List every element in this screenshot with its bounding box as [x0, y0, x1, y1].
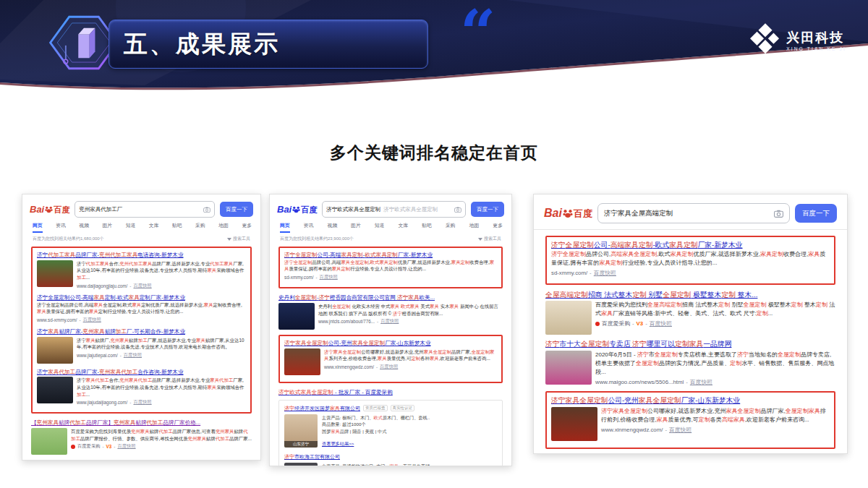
tab-tieba[interactable]: 贴吧	[422, 222, 432, 233]
result-url: www.jntcls.com/about/776...	[318, 319, 375, 324]
search-button[interactable]: 百度一下	[471, 202, 504, 217]
serp-tabs: 网页 资讯 视频 图片 知道 文库 贴吧 采购 地图 更多	[30, 222, 253, 233]
result-title-link[interactable]: 全屋高端定制招商 法式整木定制 别墅全屋定制 极墅整木定制 整木...	[545, 291, 835, 300]
tab-caigou[interactable]: 采购	[446, 222, 456, 233]
tab-more[interactable]: 更多	[493, 222, 503, 233]
result-url: www.xinmengqwdz.com/	[324, 364, 374, 369]
tab-wenku[interactable]: 文库	[149, 222, 159, 233]
baidu-logo-text: Bai	[544, 207, 562, 220]
tab-webpage[interactable]: 网页	[280, 222, 290, 233]
result-title-link[interactable]: 济宁家具全屋定制公司-兖州家具全屋定制厂家-山东新梦木业	[551, 396, 830, 406]
search-button[interactable]: 百度一下	[795, 204, 837, 223]
result-thumbnail[interactable]	[278, 303, 315, 330]
tab-wenku[interactable]: 文库	[399, 222, 409, 233]
result-title-link[interactable]: 济宁全屋定制公司-高端家具定制-欧式家具定制厂家-新梦木业	[37, 294, 246, 301]
company-thumbnail[interactable]: 山东济宁	[284, 414, 318, 448]
result-title-link[interactable]: 济宁家具贴牌厂家-兖州家具贴牌加工厂-可长期合作-新梦木业	[37, 328, 246, 335]
camera-icon[interactable]	[203, 207, 210, 213]
divider	[534, 229, 847, 230]
more-results-link[interactable]: 查看更多结果>>	[322, 441, 354, 448]
tab-more[interactable]: 更多	[242, 222, 252, 233]
snapshot-link[interactable]: 百度快照	[594, 269, 616, 277]
result-title-link[interactable]: 兖州有没有加工棉松衣服的工厂_兖州吧_百度贴吧	[31, 460, 252, 461]
search-result: 济宁家具贴牌厂家-兖州家具贴牌加工厂-可长期合作-新梦木业 济宁家具贴牌厂,兖州…	[37, 328, 246, 364]
snapshot-link[interactable]: 百度快照	[124, 352, 142, 359]
tab-map[interactable]: 地图	[469, 222, 480, 233]
company-thumbnail[interactable]: 山东济宁	[284, 463, 318, 466]
result-thumbnail[interactable]	[37, 377, 73, 403]
result-thumbnail[interactable]	[284, 348, 320, 375]
company-name-link[interactable]: 济宁经济开发区国梦家具有限公司	[284, 405, 360, 412]
results-list: 济宁全屋定制公司-高端家具定制-欧式家具定制厂家-新梦木业 济宁全屋定制品牌公司…	[277, 247, 504, 466]
quote-mark-icon: “	[460, 1, 495, 64]
tab-news[interactable]: 资讯	[56, 222, 66, 233]
results-count: 百度为您找到相关结果约1,680,000个	[33, 236, 104, 242]
search-tools[interactable]: 搜索工具	[478, 236, 501, 242]
result-title-link[interactable]: 济宁代加工家具品牌厂家-兖州代加工家具电话咨询-新梦木业	[37, 252, 246, 259]
baidu-logo-text: Bai	[277, 204, 292, 215]
company-name-link[interactable]: 济宁市欧海工贸有限公司	[284, 453, 340, 461]
tab-tieba[interactable]: 贴吧	[172, 222, 182, 233]
search-result: 史丹利全屋定制-济宁橙香园合商贸有限公司官网 济宁家具欧美... 史丹利全屋定制…	[278, 294, 503, 330]
result-url: sd-xmmy.com/	[284, 275, 313, 280]
company-entry: 济宁经济开发区国梦家具有限公司 资质已核查 真实性认证 山东济宁 主营产品: 橱…	[284, 405, 497, 448]
baidu-logo-cn: 百度	[54, 205, 69, 215]
camera-icon[interactable]	[454, 207, 461, 213]
purchase-link[interactable]: 济宁欧式家具全屋定制 - 批发厂家 - 百度爱采购	[278, 389, 503, 396]
tab-image[interactable]: 图片	[351, 222, 361, 233]
search-query-hint: 济宁欧式家具全屋定制	[383, 206, 438, 213]
result-title-link[interactable]: 济宁市十大全屋定制专卖店 济宁哪里可以定制家具一品牌网	[545, 340, 835, 349]
result-thumbnail[interactable]	[551, 407, 597, 441]
search-button[interactable]: 百度一下	[220, 202, 253, 217]
tab-map[interactable]: 地图	[218, 222, 229, 233]
snapshot-link[interactable]: 百度快照	[650, 320, 672, 328]
camera-icon[interactable]	[774, 210, 783, 218]
snapshot-link[interactable]: 百度快照	[117, 443, 135, 450]
result-description: 济宁家具贴牌厂,兖州家具贴牌加工厂家,就选新梦木业,专业家具贴牌厂家,从业达10…	[77, 337, 246, 351]
search-tools[interactable]: 搜索工具	[227, 236, 250, 242]
result-title-link[interactable]: 济宁家具全屋定制公司-兖州家具全屋定制厂家-山东新梦木业	[284, 340, 497, 347]
result-title-link[interactable]: 济宁全屋定制公司-高端家具定制-欧式家具定制厂家-新梦木业	[551, 241, 830, 250]
snapshot-link[interactable]: 百度快照	[380, 364, 398, 370]
tab-zhidao[interactable]: 知道	[375, 222, 385, 233]
result-thumbnail[interactable]	[37, 260, 73, 287]
result-url: www.sd-xmmy.com/	[37, 317, 77, 322]
search-result: 济宁家具代加工品牌厂家-兖州家具代加工合作咨询-新梦木业 济宁家具代加工合作,兖…	[37, 369, 246, 406]
result-description: 济宁全屋定制品牌公司,高端家具全屋定制,欧式家具定制优质厂家,就选择新梦木业,家…	[551, 250, 830, 267]
snapshot-link[interactable]: 百度快照	[690, 378, 712, 386]
baidu-logo-cn: 百度	[301, 205, 317, 215]
aicaigou-icon	[71, 445, 75, 449]
snapshot-link[interactable]: 百度快照	[133, 399, 151, 406]
tab-news[interactable]: 资讯	[304, 222, 314, 233]
search-result: 济宁家具全屋定制公司-兖州家具全屋定制厂家-山东新梦木业 济宁家具全屋定制公司哪…	[284, 340, 497, 375]
serp-tabs: 网页 资讯 视频 图片 知道 文库 贴吧 采购 地图 更多	[277, 222, 504, 233]
tab-zhidao[interactable]: 知道	[126, 222, 136, 233]
tab-image[interactable]: 图片	[102, 222, 112, 233]
result-thumbnail[interactable]	[37, 337, 73, 364]
result-description: 济宁代加工家具合作,兖州代加工家具品牌厂家,选择新梦木业,专业代加工家具厂家,从…	[77, 260, 246, 281]
search-input[interactable]: 济宁欧式家具全屋定制 济宁欧式家具全屋定制	[322, 201, 466, 218]
brand-name: 兴田科技	[786, 31, 846, 46]
tab-webpage[interactable]: 网页	[33, 222, 43, 233]
result-title-link[interactable]: 史丹利全屋定制-济宁橙香园合商贸有限公司官网 济宁家具欧美...	[278, 294, 503, 301]
result-description: 百度爱采购为您找到全屋高端定制招商 法式整木定制 别墅全屋定制 极墅整木定制 整…	[595, 301, 835, 318]
result-title-link[interactable]: 【兖州家具贴牌代加工品牌厂家】兖州家具贴牌代加工品牌厂家价格...	[31, 419, 252, 427]
snapshot-link[interactable]: 百度快照	[83, 317, 101, 323]
result-title-link[interactable]: 济宁全屋定制公司-高端家具定制-欧式家具定制厂家-新梦木业	[284, 252, 497, 259]
search-input[interactable]: 济宁家具全屋高端定制	[597, 203, 790, 223]
tab-video[interactable]: 视频	[79, 222, 89, 233]
result-thumbnail[interactable]	[31, 428, 67, 455]
baidu-logo-cn: 百度	[574, 207, 592, 221]
result-thumbnail[interactable]	[545, 301, 592, 335]
tab-video[interactable]: 视频	[327, 222, 337, 233]
serp-screenshot-middle: Bai 百度 济宁欧式家具全屋定制 济宁欧式家具全屋定制 百度一下 网页 资讯 …	[269, 194, 512, 466]
search-query: 济宁家具全屋高端定制	[604, 209, 673, 218]
result-title-link[interactable]: 济宁家具代加工品牌厂家-兖州家具代加工合作咨询-新梦木业	[37, 369, 246, 376]
search-input[interactable]: 兖州家具代加工厂	[75, 201, 215, 218]
snapshot-link[interactable]: 百度快照	[320, 274, 338, 281]
result-thumbnail[interactable]	[545, 351, 592, 385]
snapshot-link[interactable]: 百度快照	[669, 426, 692, 434]
tab-caigou[interactable]: 采购	[195, 222, 205, 233]
snapshot-link[interactable]: 百度快照	[133, 283, 151, 289]
snapshot-link[interactable]: 百度快照	[380, 318, 399, 325]
